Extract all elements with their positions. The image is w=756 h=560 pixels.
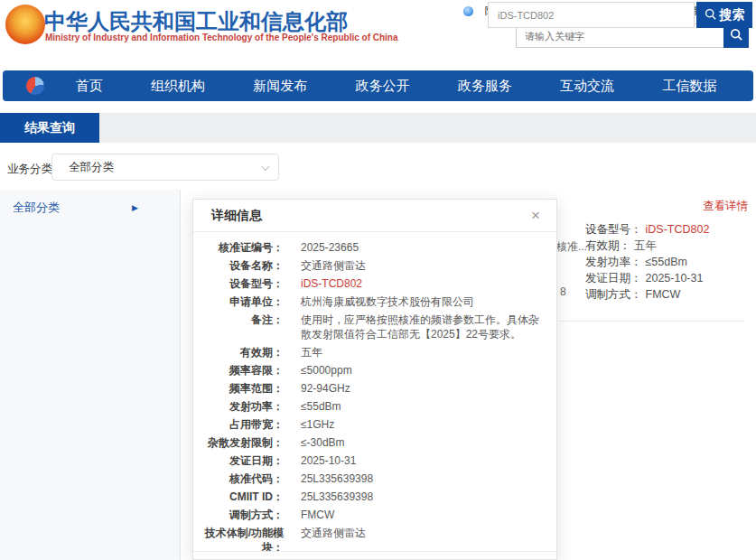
detail-field-label: 频率范围： <box>193 381 284 396</box>
detail-field-value: ≤1GHz <box>301 417 540 432</box>
detail-field-label: 设备型号： <box>193 276 284 291</box>
page: 中华人民共和国工业和信息化部 Ministry of Industry and … <box>0 0 756 560</box>
detail-field-row: 核准证编号： 2025-23665 <box>193 240 540 255</box>
detail-field-value: 92-94GHz <box>301 381 540 396</box>
results-search-button-label: 搜索 <box>720 7 745 23</box>
result-field-row: 发射功率：≤55dBm <box>585 254 709 270</box>
search-icon <box>730 28 742 43</box>
detail-field-label: 有效期： <box>193 345 284 359</box>
detail-field-label: 申请单位： <box>193 294 284 309</box>
business-category-select[interactable]: 全部分类 <box>51 154 279 181</box>
results-search-button[interactable]: 搜索 <box>696 2 752 28</box>
main-nav: 首页 组织机构 新闻发布 政务公开 政务服务 互动交流 工信数据 <box>3 70 753 101</box>
result-field-row: 有效期：五年 <box>585 238 709 254</box>
detail-field-value: 使用时，应严格按照核准的频谱参数工作。具体杂散发射限值符合工信部无【2025】2… <box>301 313 540 341</box>
detail-modal-title: 详细信息 <box>211 208 262 224</box>
detail-modal-header: 详细信息 × <box>193 200 556 232</box>
detail-field-label: CMIIT ID： <box>193 490 284 504</box>
detail-field-label: 发证日期： <box>193 453 284 468</box>
detail-modal: 详细信息 × 核准证编号： 2025-23665 设备名称： 交通路侧雷达 设备… <box>192 199 557 560</box>
site-subtitle: Ministry of Industry and Information Tec… <box>45 33 398 42</box>
detail-field-value: 2025-10-31 <box>301 453 540 468</box>
result-field-row: 调制方式：FMCW <box>585 286 709 303</box>
result-field-value: iDS-TCD802 <box>646 223 710 236</box>
detail-field-row: 核准代码： 25L335639398 <box>193 471 540 486</box>
detail-field-row: 申请单位： 杭州海康威视数字技术股份有限公司 <box>193 294 540 309</box>
results-query-bar: 结果查询 <box>0 113 756 143</box>
detail-field-row: 调制方式： FMCW <box>193 508 540 522</box>
nav-items: 首页 组织机构 新闻发布 政务公开 政务服务 互动交流 工信数据 <box>51 78 741 95</box>
detail-field-label: 杂散发射限制： <box>193 435 284 450</box>
result-field-label: 发射功率： <box>585 256 642 268</box>
detail-field-label: 核准代码： <box>193 471 284 486</box>
nav-item[interactable]: 政务服务 <box>458 78 512 95</box>
detail-field-row: 备注： 使用时，应严格按照核准的频谱参数工作。具体杂散发射限值符合工信部无【20… <box>193 313 540 341</box>
result-field-value: 五年 <box>634 239 657 252</box>
result-card-fields: 设备型号：iDS-TCD802 有效期：五年 发射功率：≤55dBm 发证日期：… <box>585 221 709 303</box>
chevron-down-icon <box>261 162 270 171</box>
detail-field-label: 占用带宽： <box>193 417 284 432</box>
detail-field-value: FMCW <box>301 508 540 522</box>
result-field-row: 发证日期：2025-10-31 <box>585 270 709 286</box>
detail-field-value: 杭州海康威视数字技术股份有限公司 <box>301 294 540 309</box>
result-field-value: 2025-10-31 <box>646 272 704 285</box>
nav-item[interactable]: 政务公开 <box>355 78 409 95</box>
category-sidebar: 全部分类 ▶ <box>0 190 181 560</box>
detail-field-value: ≤-30dBm <box>301 435 540 450</box>
detail-field-value: 五年 <box>301 345 540 359</box>
detail-field-value: ≤55dBm <box>301 399 540 414</box>
detail-field-value: ≤5000ppm <box>301 363 540 378</box>
business-category-selected: 全部分类 <box>69 160 114 175</box>
detail-field-label: 频率容限： <box>193 363 284 378</box>
result-field-row: 设备型号：iDS-TCD802 <box>585 221 709 238</box>
detail-field-row: 有效期： 五年 <box>193 345 540 359</box>
detail-modal-body: 核准证编号： 2025-23665 设备名称： 交通路侧雷达 设备型号： iDS… <box>193 232 556 555</box>
detail-field-value: 25L335639398 <box>301 490 540 504</box>
detail-field-row: 杂散发射限制： ≤-30dBm <box>193 435 540 450</box>
sidebar-item-label: 全部分类 <box>13 200 60 216</box>
national-emblem-logo <box>5 5 45 44</box>
nav-item[interactable]: 互动交流 <box>560 78 614 95</box>
detail-field-row: 发射功率： ≤55dBm <box>193 399 540 414</box>
detail-field-row: 设备名称： 交通路侧雷达 <box>193 258 540 273</box>
nav-item[interactable]: 组织机构 <box>151 78 205 95</box>
detail-field-row: 频率容限： ≤5000ppm <box>193 363 540 378</box>
card-divider <box>560 321 745 322</box>
assistant-icon <box>463 6 473 16</box>
nav-item[interactable]: 新闻发布 <box>253 78 307 95</box>
detail-field-row: 频率范围： 92-94GHz <box>193 381 540 396</box>
detail-field-value: iDS-TCD802 <box>301 276 540 291</box>
result-field-value: FMCW <box>646 288 681 301</box>
result-field-value: ≤55dBm <box>646 256 687 268</box>
detail-modal-footer <box>193 551 556 559</box>
obscured-text-fragment: 8 <box>560 285 566 298</box>
result-field-label: 有效期： <box>585 239 630 252</box>
detail-field-label: 设备名称： <box>193 258 284 273</box>
detail-field-value: 交通路侧雷达 <box>301 258 540 273</box>
result-field-label: 发证日期： <box>585 272 642 285</box>
detail-field-label: 核准证编号： <box>193 240 284 255</box>
detail-field-row: 设备型号： iDS-TCD802 <box>193 276 540 291</box>
nav-item[interactable]: 首页 <box>76 78 103 95</box>
sidebar-item-all-categories[interactable]: 全部分类 ▶ <box>0 190 180 226</box>
detail-field-label: 调制方式： <box>193 508 284 522</box>
view-detail-link[interactable]: 查看详情 <box>703 199 748 214</box>
result-field-label: 设备型号： <box>585 223 642 236</box>
results-query-tab[interactable]: 结果查询 <box>0 113 99 143</box>
detail-field-value: 25L335639398 <box>301 471 540 486</box>
search-icon <box>705 8 716 23</box>
detail-field-row: 发证日期： 2025-10-31 <box>193 453 540 468</box>
nav-item[interactable]: 工信数据 <box>662 78 716 95</box>
miit-logo-icon <box>26 77 44 95</box>
detail-field-row: 占用带宽： ≤1GHz <box>193 417 540 432</box>
result-field-label: 调制方式： <box>585 288 642 301</box>
detail-field-row: CMIIT ID： 25L335639398 <box>193 490 540 504</box>
results-search-input[interactable] <box>488 2 695 28</box>
close-icon[interactable]: × <box>531 208 540 223</box>
detail-field-label: 备注： <box>193 313 284 341</box>
arrow-right-icon: ▶ <box>132 203 138 212</box>
detail-field-label: 发射功率： <box>193 399 284 414</box>
detail-field-value: 2025-23665 <box>301 240 540 255</box>
